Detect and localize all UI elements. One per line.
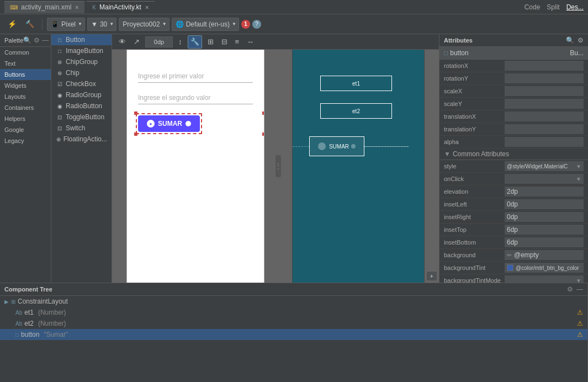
code-view-button[interactable]: Code [525, 3, 541, 11]
handle-bl[interactable] [134, 132, 137, 136]
blueprint-et2-label: et2 [352, 108, 360, 114]
canvas-dp-input[interactable] [145, 36, 173, 47]
canvas-grid-button[interactable]: ⊞ [205, 35, 216, 49]
split-view-button[interactable]: Split [547, 3, 559, 11]
zoom-dropdown[interactable]: ▼ 30 [87, 18, 116, 31]
comp-fab-label: FloatingActio... [63, 135, 107, 143]
canvas-eye-button[interactable]: 👁 [116, 35, 128, 49]
pane-resize-bar[interactable]: ⋮ [276, 155, 281, 177]
blueprint-et1: et1 [320, 76, 392, 91]
tree-item-et2[interactable]: Ab et2 (Number) ⚠ [0, 318, 587, 329]
comp-checkbox[interactable]: ☑ CheckBox [51, 78, 112, 89]
locale-dropdown[interactable]: 🌐 Default (en-us) [172, 18, 239, 31]
attr-row-insetleft: insetLeft 0dp [439, 198, 588, 211]
tree-item-et1[interactable]: Ab et1 (Number) ⚠ [0, 307, 587, 318]
attributes-settings-icon[interactable]: ⚙ [578, 36, 584, 44]
build-button[interactable]: 🔨 [22, 17, 38, 31]
tab-close-kt[interactable]: ✕ [145, 4, 149, 10]
error-count-badge[interactable]: 1 [241, 20, 250, 29]
zoom-level: 30 [100, 20, 107, 28]
sidebar-item-widgets[interactable]: Widgets [0, 80, 51, 91]
button-comp-icon: □ [56, 36, 63, 44]
tree-settings-icon[interactable]: ⚙ [567, 285, 573, 293]
sidebar-item-helpers[interactable]: Helpers [0, 113, 51, 124]
comp-chip[interactable]: ⊛ Chip [51, 67, 112, 78]
comp-chip-label: Chip [66, 69, 80, 77]
attr-row-translationy: translationY [439, 123, 588, 136]
project-dropdown[interactable]: Proyecto002 [119, 18, 169, 31]
comp-radiobutton-label: RadioButton [66, 102, 102, 110]
palette-search-icon[interactable]: 🔍 [23, 36, 31, 44]
palette-collapse-icon[interactable]: — [42, 36, 49, 44]
handle-tr[interactable] [262, 112, 264, 115]
canvas-body: ⊕ Ingrese el primer valor Ingrese el seg… [112, 50, 439, 283]
backgroundtint-swatch[interactable] [507, 264, 513, 271]
design-view-button[interactable]: Des... [566, 3, 584, 11]
design-pane-container: ⊕ Ingrese el primer valor Ingrese el seg… [126, 50, 264, 283]
comp-switch[interactable]: ⊡ Switch [51, 123, 112, 134]
comp-chipgroup[interactable]: ⊛ ChipGroup [51, 56, 112, 67]
tab-mainactivity-kt[interactable]: K MainActivity.kt ✕ [87, 1, 154, 13]
canvas-main: ⊕ Ingrese el primer valor Ingrese el seg… [112, 50, 439, 283]
sidebar-item-text[interactable]: Text [0, 58, 51, 69]
tree-item-constraintlayout[interactable]: ▶ ⊞ ConstraintLayout [0, 296, 587, 307]
comp-fab[interactable]: ⊕ FloatingActio... [51, 134, 112, 145]
canvas-rotate-button[interactable]: ↕ [176, 35, 184, 49]
attr-row-alpha: alpha [439, 136, 588, 148]
palette-actions: 🔍 ⚙ — [23, 36, 49, 44]
sync-button[interactable]: ⚡ [4, 17, 20, 31]
comp-togglebutton[interactable]: ⊡ ToggleButton [51, 112, 112, 123]
comp-imagebutton[interactable]: □ ImageButton [51, 45, 112, 56]
tree-constraintlayout-label: ConstraintLayout [18, 298, 68, 305]
comp-radiogroup-label: RadioGroup [66, 91, 102, 99]
background-pencil-icon[interactable]: ✏ [507, 252, 512, 259]
handle-tl[interactable] [134, 112, 137, 115]
tree-collapse-icon[interactable]: — [576, 285, 583, 293]
sidebar-item-common[interactable]: Common [0, 47, 51, 58]
sidebar-item-buttons[interactable]: Buttons [0, 69, 51, 80]
device-icon: 📱 [51, 20, 59, 28]
canvas-zoom-in-button[interactable]: + [427, 272, 437, 280]
attributes-search-icon[interactable]: 🔍 [566, 36, 574, 44]
help-button[interactable]: ? [252, 20, 261, 29]
canvas-align-button[interactable]: ≡ [233, 35, 242, 49]
view-mode-buttons: Code Split Des... [525, 3, 584, 11]
attr-row-style: style @style/Widget.MaterialC ▼ [439, 160, 588, 173]
canvas-constraint-button[interactable]: ⊟ [219, 35, 230, 49]
sidebar-item-layouts[interactable]: Layouts [0, 91, 51, 102]
blueprint-sumar-circle [318, 142, 326, 150]
palette-title: Palette [4, 37, 23, 44]
attr-section-common: ▼ Common Attributes [439, 148, 588, 160]
canvas-distribute-button[interactable]: ↔ [245, 35, 256, 49]
device-dropdown[interactable]: 📱 Pixel [47, 18, 85, 31]
comp-radiobutton[interactable]: ◉ RadioButton [51, 100, 112, 112]
sumar-button-icon: ● [147, 120, 155, 128]
sidebar-item-legacy[interactable]: Legacy [0, 135, 51, 146]
tree-item-button[interactable]: □ button "Sumar" ⚠ [0, 329, 587, 340]
tab-activity-main-xml[interactable]: ⌨ activity_main.xml ✕ [4, 1, 84, 13]
blueprint-et1-label: et1 [352, 81, 360, 87]
tab-close-xml[interactable]: ✕ [75, 4, 79, 10]
onclick-dropdown-arrow[interactable]: ▼ [576, 176, 581, 182]
sumar-button[interactable]: ● SUMAR [138, 115, 200, 132]
canvas-cursor-button[interactable]: ↗ [131, 35, 142, 49]
constraintlayout-expand-icon: ▶ [4, 299, 9, 305]
pixel-label: Pixel [61, 20, 76, 28]
comp-button[interactable]: □ Button [51, 34, 112, 45]
input1-placeholder: Ingrese el primer valor [138, 72, 204, 80]
attributes-title: Attributes [444, 37, 473, 44]
main-toolbar: ⚡ 🔨 📱 Pixel ▼ 30 Proyecto002 🌐 Default (… [0, 14, 588, 34]
palette-panel: Palette 🔍 ⚙ — Common Text Buttons Widget… [0, 34, 51, 283]
sidebar-item-containers[interactable]: Containers [0, 102, 51, 113]
style-dropdown-arrow[interactable]: ▼ [576, 163, 581, 169]
palette-menu-icon[interactable]: ⚙ [34, 36, 40, 44]
comp-radiogroup[interactable]: ◉ RadioGroup [51, 89, 112, 100]
bgtintmode-dropdown-arrow[interactable]: ▼ [576, 278, 581, 283]
sidebar-item-google[interactable]: Google [0, 124, 51, 135]
handle-br[interactable] [262, 132, 264, 136]
canvas-magic-button[interactable]: 🔧 [188, 35, 202, 49]
design-inputs: Ingrese el primer valor Ingrese el segun… [127, 50, 264, 104]
tree-header-actions: ⚙ — [567, 285, 583, 293]
sumar-button-label: SUMAR [158, 120, 182, 128]
comp-imagebutton-label: ImageButton [66, 47, 103, 55]
